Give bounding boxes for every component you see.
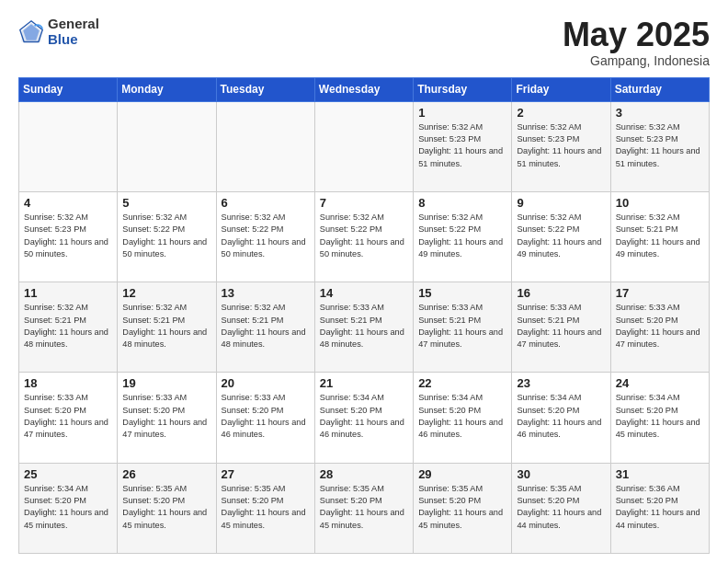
calendar-week-2: 4Sunrise: 5:32 AM Sunset: 5:23 PM Daylig… — [19, 191, 710, 282]
calendar-cell: 29Sunrise: 5:35 AM Sunset: 5:20 PM Dayli… — [414, 463, 512, 553]
calendar-cell: 23Sunrise: 5:34 AM Sunset: 5:20 PM Dayli… — [512, 373, 610, 463]
header-saturday: Saturday — [610, 77, 709, 101]
day-info: Sunrise: 5:35 AM Sunset: 5:20 PM Dayligh… — [122, 483, 210, 532]
day-number: 30 — [517, 467, 605, 481]
calendar-cell: 28Sunrise: 5:35 AM Sunset: 5:20 PM Dayli… — [314, 463, 413, 553]
day-number: 16 — [517, 286, 605, 300]
header-sunday: Sunday — [19, 77, 118, 101]
day-info: Sunrise: 5:35 AM Sunset: 5:20 PM Dayligh… — [418, 483, 506, 532]
day-info: Sunrise: 5:33 AM Sunset: 5:20 PM Dayligh… — [616, 302, 704, 350]
calendar-cell — [314, 101, 413, 191]
day-info: Sunrise: 5:33 AM Sunset: 5:21 PM Dayligh… — [517, 302, 605, 350]
calendar-cell: 26Sunrise: 5:35 AM Sunset: 5:20 PM Dayli… — [118, 463, 216, 553]
header-thursday: Thursday — [414, 77, 512, 101]
day-number: 14 — [320, 286, 408, 300]
day-info: Sunrise: 5:36 AM Sunset: 5:20 PM Dayligh… — [616, 483, 704, 532]
calendar-header-row: Sunday Monday Tuesday Wednesday Thursday… — [19, 77, 710, 101]
calendar-cell: 31Sunrise: 5:36 AM Sunset: 5:20 PM Dayli… — [610, 463, 709, 553]
calendar-week-1: 1Sunrise: 5:32 AM Sunset: 5:23 PM Daylig… — [19, 101, 710, 191]
day-number: 15 — [418, 286, 506, 300]
day-number: 8 — [418, 196, 506, 210]
svg-marker-2 — [23, 24, 40, 40]
day-info: Sunrise: 5:35 AM Sunset: 5:20 PM Dayligh… — [320, 483, 408, 532]
day-number: 2 — [517, 106, 605, 120]
day-number: 28 — [320, 467, 408, 481]
day-number: 26 — [122, 467, 210, 481]
day-info: Sunrise: 5:32 AM Sunset: 5:22 PM Dayligh… — [418, 212, 506, 260]
month-title: May 2025 — [563, 17, 710, 53]
calendar-table: Sunday Monday Tuesday Wednesday Thursday… — [18, 77, 710, 554]
calendar-cell: 2Sunrise: 5:32 AM Sunset: 5:23 PM Daylig… — [512, 101, 610, 191]
calendar-cell: 22Sunrise: 5:34 AM Sunset: 5:20 PM Dayli… — [414, 373, 512, 463]
header-friday: Friday — [512, 77, 610, 101]
day-number: 13 — [222, 286, 310, 300]
day-info: Sunrise: 5:32 AM Sunset: 5:22 PM Dayligh… — [222, 212, 310, 260]
header: General Blue May 2025 Gampang, Indonesia — [18, 17, 710, 68]
calendar-cell: 15Sunrise: 5:33 AM Sunset: 5:21 PM Dayli… — [414, 282, 512, 373]
day-number: 31 — [616, 467, 704, 481]
day-info: Sunrise: 5:33 AM Sunset: 5:20 PM Dayligh… — [222, 392, 310, 441]
day-info: Sunrise: 5:32 AM Sunset: 5:23 PM Dayligh… — [616, 121, 704, 170]
calendar-cell — [118, 101, 216, 191]
calendar-cell — [19, 101, 118, 191]
calendar-cell: 20Sunrise: 5:33 AM Sunset: 5:20 PM Dayli… — [216, 373, 314, 463]
day-number: 29 — [418, 467, 506, 481]
logo-text: General Blue — [48, 17, 99, 47]
calendar-cell: 16Sunrise: 5:33 AM Sunset: 5:21 PM Dayli… — [512, 282, 610, 373]
logo-blue-text: Blue — [48, 32, 99, 48]
day-number: 24 — [616, 376, 704, 390]
day-info: Sunrise: 5:32 AM Sunset: 5:21 PM Dayligh… — [122, 302, 210, 350]
day-number: 19 — [122, 376, 210, 390]
page: General Blue May 2025 Gampang, Indonesia… — [0, 0, 728, 563]
day-info: Sunrise: 5:32 AM Sunset: 5:22 PM Dayligh… — [517, 212, 605, 260]
calendar-week-4: 18Sunrise: 5:33 AM Sunset: 5:20 PM Dayli… — [19, 373, 710, 463]
calendar-cell — [216, 101, 314, 191]
day-info: Sunrise: 5:34 AM Sunset: 5:20 PM Dayligh… — [616, 392, 704, 441]
day-info: Sunrise: 5:33 AM Sunset: 5:20 PM Dayligh… — [24, 392, 112, 441]
day-number: 22 — [418, 376, 506, 390]
day-info: Sunrise: 5:34 AM Sunset: 5:20 PM Dayligh… — [320, 392, 408, 441]
calendar-cell: 7Sunrise: 5:32 AM Sunset: 5:22 PM Daylig… — [314, 191, 413, 282]
day-info: Sunrise: 5:32 AM Sunset: 5:21 PM Dayligh… — [24, 302, 112, 350]
calendar-cell: 17Sunrise: 5:33 AM Sunset: 5:20 PM Dayli… — [610, 282, 709, 373]
day-number: 17 — [616, 286, 704, 300]
day-info: Sunrise: 5:33 AM Sunset: 5:21 PM Dayligh… — [320, 302, 408, 350]
header-tuesday: Tuesday — [216, 77, 314, 101]
location: Gampang, Indonesia — [563, 53, 710, 68]
calendar-cell: 13Sunrise: 5:32 AM Sunset: 5:21 PM Dayli… — [216, 282, 314, 373]
calendar-cell: 25Sunrise: 5:34 AM Sunset: 5:20 PM Dayli… — [19, 463, 118, 553]
calendar-cell: 21Sunrise: 5:34 AM Sunset: 5:20 PM Dayli… — [314, 373, 413, 463]
day-info: Sunrise: 5:32 AM Sunset: 5:21 PM Dayligh… — [616, 212, 704, 260]
calendar-cell: 30Sunrise: 5:35 AM Sunset: 5:20 PM Dayli… — [512, 463, 610, 553]
header-monday: Monday — [118, 77, 216, 101]
day-number: 4 — [24, 196, 112, 210]
calendar-cell: 19Sunrise: 5:33 AM Sunset: 5:20 PM Dayli… — [118, 373, 216, 463]
day-number: 6 — [222, 196, 310, 210]
calendar-cell: 4Sunrise: 5:32 AM Sunset: 5:23 PM Daylig… — [19, 191, 118, 282]
day-number: 21 — [320, 376, 408, 390]
calendar-cell: 5Sunrise: 5:32 AM Sunset: 5:22 PM Daylig… — [118, 191, 216, 282]
calendar-week-5: 25Sunrise: 5:34 AM Sunset: 5:20 PM Dayli… — [19, 463, 710, 553]
calendar-cell: 6Sunrise: 5:32 AM Sunset: 5:22 PM Daylig… — [216, 191, 314, 282]
calendar-cell: 10Sunrise: 5:32 AM Sunset: 5:21 PM Dayli… — [610, 191, 709, 282]
day-info: Sunrise: 5:34 AM Sunset: 5:20 PM Dayligh… — [517, 392, 605, 441]
day-number: 20 — [222, 376, 310, 390]
day-number: 7 — [320, 196, 408, 210]
calendar-cell: 3Sunrise: 5:32 AM Sunset: 5:23 PM Daylig… — [610, 101, 709, 191]
day-info: Sunrise: 5:32 AM Sunset: 5:22 PM Dayligh… — [320, 212, 408, 260]
day-number: 9 — [517, 196, 605, 210]
calendar-cell: 24Sunrise: 5:34 AM Sunset: 5:20 PM Dayli… — [610, 373, 709, 463]
day-number: 11 — [24, 286, 112, 300]
day-info: Sunrise: 5:32 AM Sunset: 5:22 PM Dayligh… — [122, 212, 210, 260]
calendar-cell: 14Sunrise: 5:33 AM Sunset: 5:21 PM Dayli… — [314, 282, 413, 373]
logo-icon — [18, 19, 44, 45]
day-number: 3 — [616, 106, 704, 120]
day-info: Sunrise: 5:34 AM Sunset: 5:20 PM Dayligh… — [24, 483, 112, 532]
day-number: 1 — [418, 106, 506, 120]
calendar-cell: 12Sunrise: 5:32 AM Sunset: 5:21 PM Dayli… — [118, 282, 216, 373]
calendar-cell: 8Sunrise: 5:32 AM Sunset: 5:22 PM Daylig… — [414, 191, 512, 282]
day-info: Sunrise: 5:34 AM Sunset: 5:20 PM Dayligh… — [418, 392, 506, 441]
calendar-cell: 27Sunrise: 5:35 AM Sunset: 5:20 PM Dayli… — [216, 463, 314, 553]
logo-general-text: General — [48, 17, 99, 32]
day-number: 10 — [616, 196, 704, 210]
